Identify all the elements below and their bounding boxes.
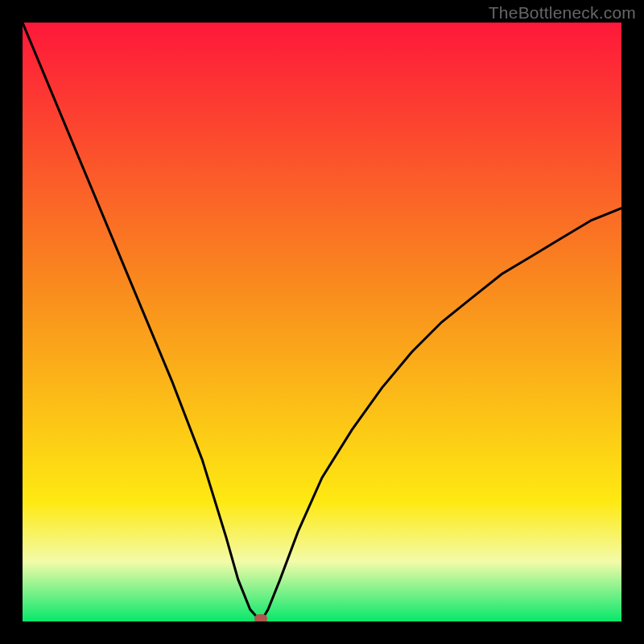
gradient-background (23, 23, 621, 621)
chart-frame: TheBottleneck.com (0, 0, 644, 644)
plot-area (23, 23, 621, 621)
chart-svg (23, 23, 621, 621)
watermark-text: TheBottleneck.com (489, 3, 636, 23)
min-marker (254, 614, 267, 621)
